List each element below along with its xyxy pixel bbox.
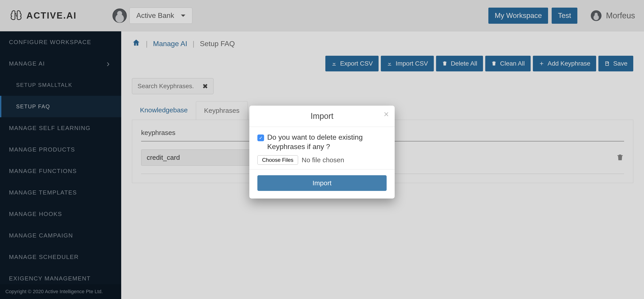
delete-existing-checkbox[interactable]: ✓ [258, 135, 264, 141]
import-modal: Import × ✓ Do you want to delete existin… [249, 106, 395, 198]
modal-header: Import × [249, 106, 395, 127]
import-button[interactable]: Import [258, 175, 386, 191]
file-chooser-row: Choose Files No file chosen [258, 155, 386, 165]
delete-existing-label: Do you want to delete existing Keyphrase… [267, 133, 386, 151]
close-icon[interactable]: × [384, 110, 389, 119]
modal-footer: Import [249, 169, 395, 198]
modal-title: Import [310, 111, 334, 121]
choose-files-button[interactable]: Choose Files [258, 155, 298, 165]
delete-existing-row: ✓ Do you want to delete existing Keyphra… [258, 133, 386, 151]
modal-body: ✓ Do you want to delete existing Keyphra… [249, 127, 395, 169]
file-chosen-label: No file chosen [302, 156, 344, 164]
